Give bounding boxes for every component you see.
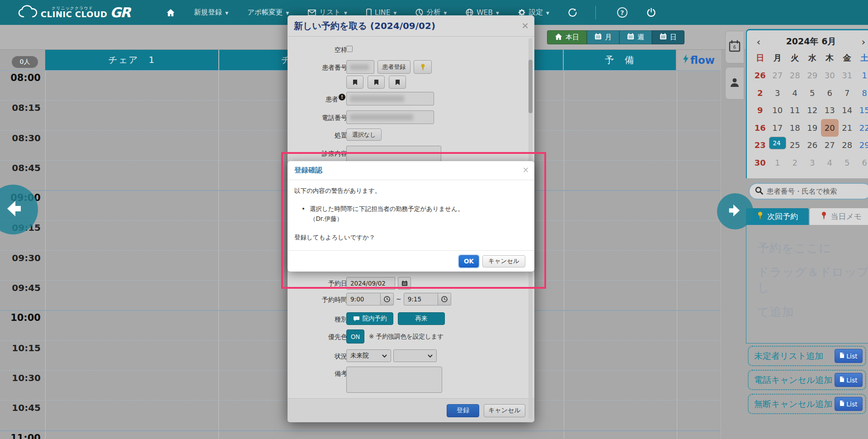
time-to-picker-button[interactable] bbox=[438, 293, 451, 305]
calendar-day[interactable]: 6 bbox=[856, 154, 868, 172]
calendar-day[interactable]: 27 bbox=[769, 67, 787, 85]
calendar-day[interactable]: 10 bbox=[769, 102, 787, 119]
list-button[interactable]: List bbox=[835, 397, 863, 411]
strip-staff-tab[interactable] bbox=[725, 67, 744, 100]
tab-today-memo[interactable]: 当日メモ bbox=[810, 208, 868, 225]
calendar-day[interactable]: 23 bbox=[751, 137, 769, 154]
nav-item-appointment-book[interactable]: アポ帳変更▼ bbox=[247, 8, 289, 17]
calendar-day[interactable]: 12 bbox=[804, 102, 821, 119]
nav-home-button[interactable] bbox=[166, 9, 175, 17]
logout-button[interactable] bbox=[646, 8, 656, 17]
view-today-button[interactable]: 本日 bbox=[547, 30, 587, 44]
calendar-day[interactable]: 3 bbox=[804, 154, 821, 172]
calendar-day[interactable]: 13 bbox=[821, 102, 839, 119]
calendar-day[interactable]: 21 bbox=[839, 119, 856, 137]
calendar-day[interactable]: 22 bbox=[856, 119, 868, 137]
ok-button[interactable]: OK bbox=[459, 255, 479, 267]
type-revisit-button[interactable]: 再来 bbox=[398, 312, 445, 325]
flow-label[interactable]: flow bbox=[677, 50, 721, 70]
bookmark-button-2[interactable] bbox=[368, 76, 385, 89]
calendar-day[interactable]: 1 bbox=[856, 67, 868, 85]
priority-on-toggle[interactable]: ON bbox=[346, 329, 364, 344]
scroll-right-button[interactable] bbox=[717, 193, 753, 229]
calendar-day[interactable]: 31 bbox=[839, 67, 856, 85]
patient-no-input[interactable] bbox=[346, 60, 374, 74]
submit-button[interactable]: 登録 bbox=[447, 404, 479, 417]
empty-slot-checkbox[interactable] bbox=[346, 46, 353, 52]
list-add-row[interactable]: 無断キャンセル追加 List bbox=[748, 394, 866, 414]
calendar-day[interactable]: 7 bbox=[839, 84, 856, 102]
close-icon[interactable]: × bbox=[521, 20, 529, 31]
confirm-cancel-button[interactable]: キャンセル bbox=[482, 255, 525, 267]
calendar-day[interactable]: 5 bbox=[839, 154, 856, 172]
booking-date-input[interactable] bbox=[346, 277, 395, 290]
calendar-day[interactable]: 5 bbox=[804, 84, 821, 102]
calendar-next-button[interactable]: › bbox=[859, 36, 868, 48]
view-week-button[interactable]: 週 bbox=[619, 30, 652, 44]
view-day-button[interactable]: 日 bbox=[652, 30, 684, 44]
phone-input[interactable] bbox=[346, 110, 434, 124]
calendar-day[interactable]: 19 bbox=[804, 119, 821, 137]
calendar-day[interactable]: 29 bbox=[856, 137, 868, 154]
refresh-button[interactable] bbox=[568, 8, 577, 17]
list-button[interactable]: List bbox=[835, 373, 863, 387]
status-sub-select[interactable] bbox=[393, 349, 437, 362]
cloud-logo-icon bbox=[17, 5, 38, 20]
pin-button[interactable] bbox=[414, 60, 432, 74]
time-from-picker-button[interactable] bbox=[381, 293, 394, 305]
calendar-day[interactable]: 11 bbox=[786, 102, 804, 119]
patient-name-input[interactable] bbox=[346, 92, 434, 105]
calendar-day[interactable]: 9 bbox=[751, 102, 769, 119]
calendar-day[interactable]: 16 bbox=[751, 119, 769, 137]
calendar-day[interactable]: 6 bbox=[821, 84, 839, 102]
memo-textarea[interactable] bbox=[346, 367, 442, 393]
calendar-day[interactable]: 26 bbox=[804, 137, 821, 154]
calendar-day[interactable]: 29 bbox=[804, 67, 821, 85]
calendar-weekday: 日 bbox=[751, 49, 769, 67]
help-button[interactable]: ? bbox=[617, 7, 627, 18]
scrollbar-thumb[interactable] bbox=[528, 60, 533, 113]
list-button[interactable]: List bbox=[835, 349, 863, 363]
app-logo[interactable]: クリニッククラウド CLINIC CLOUD GR bbox=[17, 5, 130, 20]
status-select[interactable]: 未来院 bbox=[346, 349, 391, 362]
time-from-input[interactable] bbox=[346, 293, 381, 305]
calendar-day[interactable]: 8 bbox=[856, 84, 868, 102]
calendar-day[interactable]: 4 bbox=[786, 84, 804, 102]
treatment-select-button[interactable]: 選択なし bbox=[346, 129, 382, 141]
calendar-day[interactable]: 28 bbox=[786, 67, 804, 85]
strip-calendar-tab[interactable]: 6 bbox=[725, 31, 744, 63]
patient-search-input[interactable] bbox=[767, 187, 857, 196]
type-inhouse-button[interactable]: 院内予約 bbox=[346, 312, 393, 325]
bookmark-button-1[interactable] bbox=[346, 76, 363, 89]
calendar-day[interactable]: 28 bbox=[839, 137, 856, 154]
calendar-day[interactable]: 30 bbox=[821, 67, 839, 85]
calendar-day[interactable]: 14 bbox=[839, 102, 856, 119]
view-month-button[interactable]: 月 bbox=[587, 30, 619, 44]
close-icon[interactable]: × bbox=[523, 165, 529, 174]
calendar-day[interactable]: 26 bbox=[751, 67, 769, 85]
bookmark-button-3[interactable] bbox=[389, 76, 406, 89]
calendar-day[interactable]: 15 bbox=[856, 102, 868, 119]
calendar-day[interactable]: 25 bbox=[786, 137, 804, 154]
time-to-input[interactable] bbox=[404, 293, 438, 305]
cancel-button[interactable]: キャンセル bbox=[484, 404, 525, 417]
calendar-day[interactable]: 18 bbox=[786, 119, 804, 137]
nav-item-new-booking[interactable]: 新規登録▼ bbox=[194, 8, 228, 17]
calendar-day[interactable]: 24 bbox=[769, 137, 787, 149]
calendar-day[interactable]: 27 bbox=[821, 137, 839, 154]
calendar-day[interactable]: 30 bbox=[751, 154, 769, 172]
calendar-day[interactable]: 20 bbox=[821, 119, 839, 137]
calendar-prev-button[interactable]: ‹ bbox=[754, 36, 763, 48]
calendar-day[interactable]: 4 bbox=[821, 154, 839, 172]
calendar-day[interactable]: 17 bbox=[769, 119, 787, 137]
date-picker-button[interactable] bbox=[398, 277, 411, 290]
calendar-day[interactable]: 1 bbox=[769, 154, 787, 172]
list-add-row[interactable]: 未定者リスト追加 List bbox=[748, 346, 866, 366]
calendar-day[interactable]: 3 bbox=[769, 84, 787, 102]
patient-register-button[interactable]: 患者登録 bbox=[377, 60, 410, 74]
list-add-row[interactable]: 電話キャンセル追加 List bbox=[748, 370, 866, 390]
calendar-day[interactable]: 2 bbox=[786, 154, 804, 172]
calendar-day[interactable]: 2 bbox=[751, 84, 769, 102]
booking-dropzone[interactable]: 予約をここにドラッグ＆ドロップして追加 bbox=[746, 225, 868, 344]
tab-next-booking[interactable]: 次回予約 bbox=[746, 208, 809, 225]
